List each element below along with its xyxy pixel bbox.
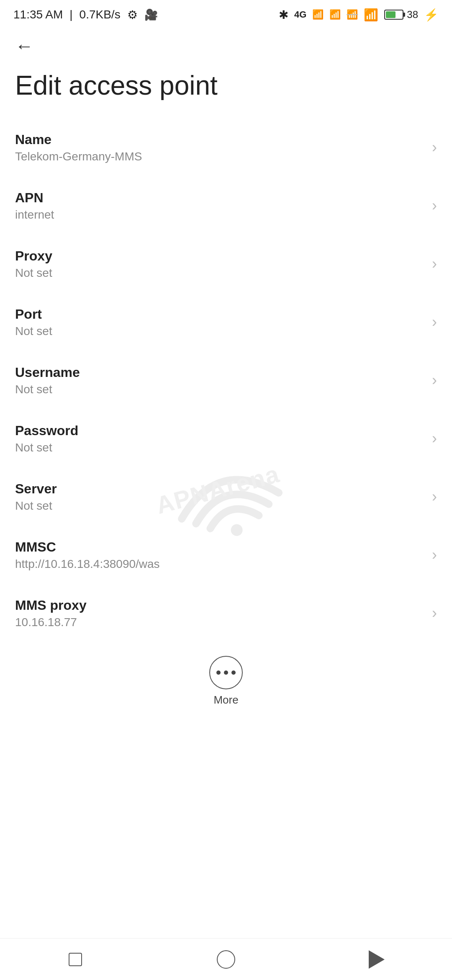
back-arrow-icon: ← xyxy=(15,36,33,57)
settings-value-name: Telekom-Germany-MMS xyxy=(15,150,424,163)
more-section: More xyxy=(0,646,452,713)
chevron-right-icon: › xyxy=(432,430,437,447)
status-separator: | xyxy=(69,8,72,21)
settings-value-mmsc: http://10.16.18.4:38090/was xyxy=(15,557,424,571)
settings-value-apn: internet xyxy=(15,208,424,222)
settings-label-proxy: Proxy xyxy=(15,248,424,264)
settings-value-server: Not set xyxy=(15,499,424,513)
settings-label-password: Password xyxy=(15,423,424,438)
toolbar: ← xyxy=(0,29,452,63)
page-title: Edit access point xyxy=(0,63,452,119)
wifi-icon: 📶 xyxy=(364,8,378,22)
more-label: More xyxy=(213,694,238,707)
chevron-right-icon: › xyxy=(432,371,437,389)
settings-item-mmsc[interactable]: MMSC http://10.16.18.4:38090/was › xyxy=(0,526,452,584)
settings-value-mms-proxy: 10.16.18.77 xyxy=(15,616,424,629)
charging-icon: ⚡ xyxy=(424,8,439,22)
bottom-nav xyxy=(0,938,452,980)
no-signal-icon: 📶 xyxy=(347,9,358,20)
settings-value-password: Not set xyxy=(15,441,424,454)
status-time: 11:35 AM xyxy=(13,8,63,21)
chevron-right-icon: › xyxy=(432,197,437,214)
back-button[interactable]: ← xyxy=(12,34,37,59)
recents-square-icon xyxy=(69,953,82,966)
nav-back-button[interactable] xyxy=(360,943,393,976)
chevron-right-icon: › xyxy=(432,313,437,331)
chevron-right-icon: › xyxy=(432,255,437,273)
status-bar: 11:35 AM | 0.7KB/s ⚙ 🎥 ✱ 4G 📶 📶 📶 📶 38 ⚡ xyxy=(0,0,452,29)
settings-value-port: Not set xyxy=(15,325,424,338)
settings-label-server: Server xyxy=(15,481,424,497)
signal-bars-icon: 📶 xyxy=(312,9,324,20)
settings-label-username: Username xyxy=(15,365,424,380)
settings-label-mmsc: MMSC xyxy=(15,539,424,555)
settings-item-apn[interactable]: APN internet › xyxy=(0,177,452,235)
settings-item-name[interactable]: Name Telekom-Germany-MMS › xyxy=(0,119,452,177)
back-triangle-icon xyxy=(369,950,385,969)
more-dots-icon xyxy=(216,671,236,675)
settings-list: Name Telekom-Germany-MMS › APN internet … xyxy=(0,119,452,642)
settings-item-port[interactable]: Port Not set › xyxy=(0,293,452,351)
settings-label-port: Port xyxy=(15,307,424,322)
nav-home-button[interactable] xyxy=(209,943,243,976)
battery-percent: 38 xyxy=(407,9,418,21)
settings-label-apn: APN xyxy=(15,190,424,206)
chevron-right-icon: › xyxy=(432,488,437,505)
camera-status-icon: 🎥 xyxy=(144,8,158,21)
battery-indicator: 38 xyxy=(384,9,418,21)
settings-item-password[interactable]: Password Not set › xyxy=(0,410,452,468)
settings-value-username: Not set xyxy=(15,383,424,396)
settings-item-mms-proxy[interactable]: MMS proxy 10.16.18.77 › xyxy=(0,584,452,642)
settings-status-icon: ⚙ xyxy=(127,8,138,22)
settings-item-username[interactable]: Username Not set › xyxy=(0,351,452,410)
status-network-speed: 0.7KB/s xyxy=(80,8,121,21)
settings-item-proxy[interactable]: Proxy Not set › xyxy=(0,235,452,293)
chevron-right-icon: › xyxy=(432,604,437,622)
chevron-right-icon: › xyxy=(432,546,437,564)
more-button[interactable] xyxy=(209,656,243,689)
settings-item-server[interactable]: Server Not set › xyxy=(0,468,452,526)
settings-label-name: Name xyxy=(15,132,424,147)
bluetooth-icon: ✱ xyxy=(279,8,288,22)
chevron-right-icon: › xyxy=(432,139,437,156)
settings-label-mms-proxy: MMS proxy xyxy=(15,598,424,613)
settings-value-proxy: Not set xyxy=(15,266,424,280)
status-left: 11:35 AM | 0.7KB/s ⚙ 🎥 xyxy=(13,8,158,22)
nav-recents-button[interactable] xyxy=(59,943,92,976)
signal-bars2-icon: 📶 xyxy=(329,9,341,20)
network-4g-icon: 4G xyxy=(294,9,306,20)
status-right: ✱ 4G 📶 📶 📶 📶 38 ⚡ xyxy=(279,8,439,22)
home-circle-icon xyxy=(217,950,235,969)
